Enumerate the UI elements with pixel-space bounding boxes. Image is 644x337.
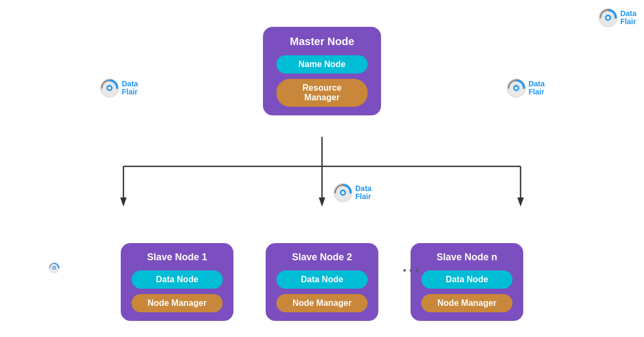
svg-point-10 (606, 16, 610, 19)
svg-marker-3 (120, 197, 127, 207)
dataflair-icon-slave1-left (48, 258, 60, 278)
slave-node-1-title: Slave Node 1 (147, 252, 207, 263)
dataflair-logo-top-right: Data Flair (598, 8, 636, 28)
dataflair-text-middle-right: Data Flair (529, 80, 545, 97)
resource-manager-pill: Resource Manager (276, 79, 368, 107)
dataflair-logo-middle-right: Data Flair (506, 78, 545, 98)
dataflair-logo-slave1-left (48, 258, 60, 278)
slave2-data-node-pill: Data Node (276, 270, 368, 289)
master-node-title: Master Node (290, 35, 354, 48)
slaven-node-manager-pill: Node Manager (421, 294, 513, 312)
slaven-data-node-pill: Data Node (421, 270, 513, 289)
dataflair-text-middle-left: Data Flair (122, 80, 138, 97)
slave-node-n: Slave Node n Data Node Node Manager (411, 243, 523, 321)
dataflair-icon-middle-left (99, 78, 120, 98)
name-node-pill: Name Node (276, 55, 368, 74)
svg-point-13 (108, 86, 111, 90)
dataflair-logo-center-bottom: Data Flair (333, 182, 371, 203)
svg-marker-5 (319, 197, 325, 207)
slave2-node-manager-pill: Node Manager (276, 294, 368, 312)
dataflair-text-center-bottom: Data Flair (355, 185, 371, 201)
dataflair-logo-middle-left: Data Flair (99, 78, 138, 98)
slave-node-n-title: Slave Node n (436, 252, 497, 263)
slave-node-2-title: Slave Node 2 (292, 252, 352, 263)
dataflair-icon-middle-right (506, 78, 526, 98)
slave-node-2: Slave Node 2 Data Node Node Manager (266, 243, 378, 321)
slave-node-1: Slave Node 1 Data Node Node Manager (121, 243, 233, 321)
ellipsis: ... (402, 258, 421, 275)
dataflair-icon-top-right (598, 8, 618, 28)
slave1-data-node-pill: Data Node (131, 270, 223, 289)
svg-point-19 (341, 191, 345, 194)
diagram-container: Master Node Name Node Resource Manager S… (0, 0, 644, 337)
dataflair-icon-center-bottom (333, 182, 353, 203)
master-node: Master Node Name Node Resource Manager (263, 11, 381, 115)
svg-point-22 (53, 267, 55, 268)
slave1-node-manager-pill: Node Manager (131, 294, 223, 312)
dataflair-text-top-right: Data Flair (620, 10, 636, 26)
svg-point-16 (515, 86, 518, 90)
svg-marker-7 (517, 197, 524, 207)
slave-nodes-layer: Slave Node 1 Data Node Node Manager Slav… (0, 243, 644, 321)
